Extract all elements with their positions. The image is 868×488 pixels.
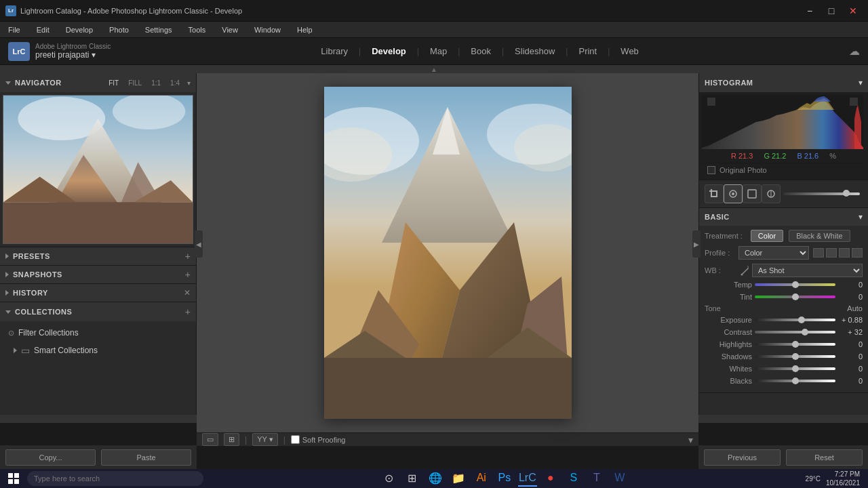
taskbar-skype[interactable]: S: [564, 470, 583, 487]
profile-icon-3[interactable]: [839, 248, 850, 258]
history-header[interactable]: History ✕: [0, 284, 196, 302]
sort-button[interactable]: YY ▾: [252, 433, 278, 446]
taskbar-lightroom[interactable]: LrC: [518, 470, 537, 487]
snapshots-header[interactable]: Snapshots +: [0, 266, 196, 283]
whites-slider-track[interactable]: [755, 367, 835, 370]
view-single-button[interactable]: ▭: [202, 433, 218, 446]
tone-slider-thumb[interactable]: [843, 190, 850, 197]
temp-slider-thumb[interactable]: [792, 281, 799, 288]
menu-edit[interactable]: Edit: [34, 24, 52, 35]
menu-tools[interactable]: Tools: [186, 24, 209, 35]
snapshots-add-button[interactable]: +: [185, 269, 191, 280]
tint-slider-thumb[interactable]: [792, 293, 799, 300]
profile-select[interactable]: Color: [738, 246, 809, 260]
module-slideshow[interactable]: Slideshow: [507, 43, 563, 59]
view-compare-button[interactable]: ⊞: [224, 433, 239, 446]
exposure-slider-thumb[interactable]: [798, 317, 805, 323]
taskbar-chrome[interactable]: ●: [541, 470, 560, 487]
module-web[interactable]: Web: [612, 43, 647, 59]
presets-header[interactable]: Presets +: [0, 247, 196, 265]
menu-settings[interactable]: Settings: [142, 24, 175, 35]
taskbar-teams[interactable]: T: [587, 470, 606, 487]
soft-proofing-checkbox[interactable]: [291, 435, 300, 444]
collections-header[interactable]: Collections +: [0, 302, 196, 321]
whites-slider-thumb[interactable]: [792, 365, 799, 372]
previous-button[interactable]: Previous: [704, 449, 781, 466]
taskbar-photoshop[interactable]: Ps: [495, 470, 514, 487]
history-clear-button[interactable]: ✕: [184, 288, 191, 298]
bw-treatment-button[interactable]: Black & White: [789, 230, 850, 242]
toolbar-arrow-icon[interactable]: ▾: [688, 434, 693, 445]
menu-help[interactable]: Help: [294, 24, 315, 35]
start-button[interactable]: [3, 469, 24, 488]
temp-slider-track[interactable]: [755, 283, 835, 286]
filter-collections-item[interactable]: ⊙ Filter Collections: [0, 324, 196, 342]
taskbar-illustrator[interactable]: Ai: [472, 470, 491, 487]
menu-window[interactable]: Window: [252, 24, 283, 35]
color-treatment-button[interactable]: Color: [751, 230, 783, 242]
profile-icon-4[interactable]: [852, 248, 863, 258]
zoom-1-1-btn[interactable]: 1:1: [149, 79, 163, 87]
navigator-header[interactable]: Navigator FIT FILL 1:1 1:4 ▾: [0, 73, 196, 92]
right-panel-collapse-button[interactable]: ▶: [692, 230, 701, 258]
presets-add-button[interactable]: +: [185, 251, 191, 262]
taskbar-task-view[interactable]: ⊞: [403, 470, 422, 487]
menu-view[interactable]: View: [219, 24, 241, 35]
taskbar-cortana[interactable]: ⊙: [380, 470, 399, 487]
contrast-slider-thumb[interactable]: [802, 329, 808, 336]
paste-button[interactable]: Paste: [101, 449, 191, 466]
module-develop[interactable]: Develop: [363, 43, 414, 59]
menu-file[interactable]: File: [5, 24, 23, 35]
minimize-button[interactable]: −: [800, 4, 819, 18]
profile-icon-2[interactable]: [826, 248, 837, 258]
menu-develop[interactable]: Develop: [63, 24, 96, 35]
taskbar-search-input[interactable]: [27, 471, 203, 486]
copy-button[interactable]: Copy...: [5, 449, 96, 466]
cloud-icon[interactable]: ☁: [849, 45, 860, 58]
menu-photo[interactable]: Photo: [106, 24, 132, 35]
exposure-slider-track[interactable]: [755, 319, 835, 321]
shadows-slider-track[interactable]: [755, 355, 835, 358]
smart-collections-item[interactable]: ▭ Smart Collections: [0, 342, 196, 359]
histogram-clip-right[interactable]: [850, 98, 858, 106]
radial-tool-button[interactable]: [743, 184, 762, 203]
module-print[interactable]: Print: [570, 43, 605, 59]
reset-button[interactable]: Reset: [786, 449, 863, 466]
profile-icon-1[interactable]: [813, 248, 824, 258]
soft-proofing-toggle[interactable]: Soft Proofing: [291, 435, 346, 444]
top-panel-handle[interactable]: ▲: [0, 65, 868, 73]
left-panel-collapse-button[interactable]: ◀: [195, 230, 203, 258]
basic-header[interactable]: Basic ▾: [699, 208, 868, 226]
eyedropper-button[interactable]: [738, 264, 752, 277]
graduated-tool-button[interactable]: [762, 184, 781, 203]
highlights-slider-track[interactable]: [755, 343, 835, 346]
highlights-slider-thumb[interactable]: [792, 341, 799, 348]
original-photo-checkbox[interactable]: [707, 166, 715, 174]
shadows-slider-thumb[interactable]: [792, 353, 799, 360]
tint-slider-track[interactable]: [755, 296, 835, 298]
collections-add-button[interactable]: +: [185, 306, 191, 317]
healing-tool-button[interactable]: [724, 184, 743, 203]
contrast-slider-track[interactable]: [755, 331, 835, 333]
histogram-header[interactable]: Histogram ▾: [699, 73, 868, 92]
taskbar-explorer[interactable]: 📁: [449, 470, 468, 487]
module-map[interactable]: Map: [422, 43, 455, 59]
dev-tools-row: [699, 180, 868, 208]
zoom-1-4-btn[interactable]: 1:4: [168, 79, 182, 87]
blacks-slider-track[interactable]: [755, 380, 835, 382]
zoom-fit-btn[interactable]: FIT: [106, 79, 121, 87]
taskbar-edge[interactable]: 🌐: [426, 470, 445, 487]
whites-label: Whites: [705, 365, 752, 373]
auto-tone-button[interactable]: Auto: [847, 304, 863, 312]
taskbar-word[interactable]: W: [610, 470, 629, 487]
maximize-button[interactable]: □: [822, 4, 841, 18]
navigator-label: Navigator: [15, 79, 62, 87]
wb-select[interactable]: As Shot Auto Daylight Cloudy Shade Custo…: [752, 264, 863, 277]
module-book[interactable]: Book: [462, 43, 499, 59]
blacks-slider-thumb[interactable]: [792, 378, 799, 384]
module-library[interactable]: Library: [313, 43, 356, 59]
zoom-fill-btn[interactable]: FILL: [126, 79, 144, 87]
close-button[interactable]: ✕: [844, 4, 863, 18]
crop-tool-button[interactable]: [705, 184, 724, 203]
histogram-clip-left[interactable]: [707, 98, 715, 106]
